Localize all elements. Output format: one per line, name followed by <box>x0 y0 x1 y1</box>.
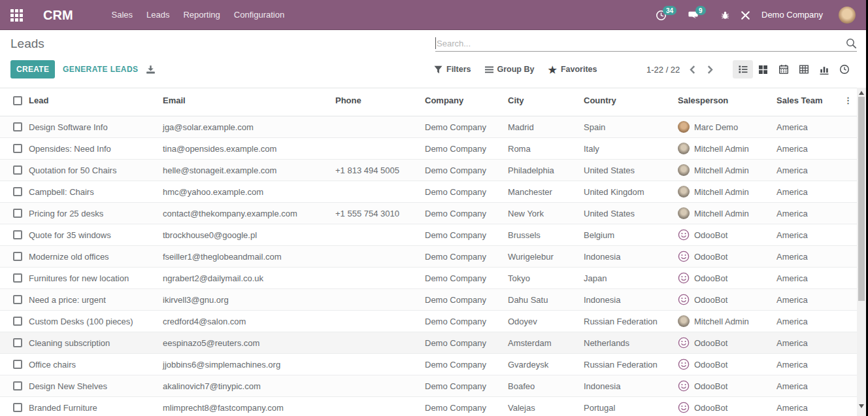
cell-email[interactable]: tbrockhouse0@google.pl <box>160 224 333 246</box>
cell-email[interactable]: jjobbins6@simplemachines.org <box>160 354 333 375</box>
table-row[interactable]: Branded Furnituremlimprecht8@fastcompany… <box>0 397 857 416</box>
cell-phone[interactable] <box>333 138 422 160</box>
column-header-email[interactable]: Email <box>160 88 333 116</box>
cell-lead[interactable]: Pricing for 25 desks <box>26 203 160 224</box>
cell-city[interactable]: Tokyo <box>505 268 581 289</box>
debug-bug-button[interactable] <box>720 10 730 23</box>
cell-phone[interactable] <box>333 397 422 416</box>
download-button[interactable] <box>146 65 156 77</box>
table-row[interactable]: Quote for 35 windowstbrockhouse0@google.… <box>0 224 857 246</box>
cell-country[interactable]: Indonesia <box>581 289 675 311</box>
cell-company[interactable]: Demo Company <box>422 375 505 397</box>
cell-lead[interactable]: Campbell: Chairs <box>26 181 160 203</box>
column-header-city[interactable]: City <box>505 88 581 116</box>
cell-phone[interactable] <box>333 354 422 375</box>
cell-city[interactable]: Odoyev <box>505 311 581 332</box>
cell-company[interactable]: Demo Company <box>422 332 505 354</box>
cell-phone[interactable] <box>333 332 422 354</box>
cell-company[interactable]: Demo Company <box>422 246 505 268</box>
row-checkbox[interactable] <box>13 230 22 239</box>
table-row[interactable]: Pricing for 25 deskscontact@thekompany.e… <box>0 203 857 224</box>
column-header-country[interactable]: Country <box>581 88 675 116</box>
vertical-scrollbar[interactable] <box>857 88 866 416</box>
cell-company[interactable]: Demo Company <box>422 289 505 311</box>
cell-city[interactable]: Wurigelebur <box>505 246 581 268</box>
cell-email[interactable]: eespinazo5@reuters.com <box>160 332 333 354</box>
cell-lead[interactable]: Modernize old offices <box>26 246 160 268</box>
cell-lead[interactable]: Design New Shelves <box>26 375 160 397</box>
row-checkbox[interactable] <box>13 187 22 196</box>
column-header-company[interactable]: Company <box>422 88 505 116</box>
table-row[interactable]: Office chairsjjobbins6@simplemachines.or… <box>0 354 857 375</box>
row-checkbox[interactable] <box>13 122 22 131</box>
cell-salesperson[interactable]: Marc Demo <box>675 116 774 138</box>
cell-city[interactable]: Boafeo <box>505 375 581 397</box>
search-icon[interactable] <box>846 38 857 49</box>
cell-city[interactable]: Gvardeysk <box>505 354 581 375</box>
cell-email[interactable]: contact@thekompany.example.com <box>160 203 333 224</box>
cell-city[interactable]: Dahu Satu <box>505 289 581 311</box>
cell-phone[interactable] <box>333 289 422 311</box>
column-header-phone[interactable]: Phone <box>333 88 422 116</box>
cell-country[interactable]: Spain <box>581 116 675 138</box>
cell-company[interactable]: Demo Company <box>422 138 505 160</box>
row-checkbox[interactable] <box>13 165 22 175</box>
search-input[interactable]: Search... <box>435 37 857 52</box>
cell-lead[interactable]: Branded Furniture <box>26 397 160 416</box>
cell-lead[interactable]: Quotation for 50 Chairs <box>26 160 160 181</box>
cell-phone[interactable] <box>333 246 422 268</box>
cell-salesperson[interactable]: OdooBot <box>675 397 774 416</box>
cell-lead[interactable]: Need a price: urgent <box>26 289 160 311</box>
cell-country[interactable]: Russian Federation <box>581 311 675 332</box>
table-row[interactable]: Custom Desks (100 pieces)credford4@salon… <box>0 311 857 332</box>
cell-salesperson[interactable]: OdooBot <box>675 332 774 354</box>
cell-team[interactable]: America <box>774 268 837 289</box>
cell-city[interactable]: Manchester <box>505 181 581 203</box>
table-row[interactable]: Cleaning subscriptioneespinazo5@reuters.… <box>0 332 857 354</box>
cell-phone[interactable] <box>333 116 422 138</box>
list-view-button[interactable] <box>733 60 753 78</box>
cell-city[interactable]: Madrid <box>505 116 581 138</box>
cell-company[interactable]: Demo Company <box>422 203 505 224</box>
row-checkbox[interactable] <box>13 209 22 218</box>
cell-salesperson[interactable]: OdooBot <box>675 289 774 311</box>
cell-salesperson[interactable]: Mitchell Admin <box>675 203 774 224</box>
table-row[interactable]: Furnitures for new locationngrabert2@dai… <box>0 268 857 289</box>
cell-team[interactable]: America <box>774 138 837 160</box>
cell-email[interactable]: mlimprecht8@fastcompany.com <box>160 397 333 416</box>
generate-leads-button[interactable]: GENERATE LEADS <box>63 60 138 78</box>
cell-team[interactable]: America <box>774 224 837 246</box>
cell-salesperson[interactable]: Mitchell Admin <box>675 311 774 332</box>
cell-company[interactable]: Demo Company <box>422 354 505 375</box>
cell-phone[interactable] <box>333 224 422 246</box>
cell-country[interactable]: United States <box>581 160 675 181</box>
cell-email[interactable]: tina@opensides.example.com <box>160 138 333 160</box>
row-checkbox[interactable] <box>13 273 22 283</box>
cell-team[interactable]: America <box>774 181 837 203</box>
cell-phone[interactable] <box>333 181 422 203</box>
cell-city[interactable]: Valejas <box>505 397 581 416</box>
scrollbar-up-arrow[interactable] <box>859 91 864 95</box>
activity-view-button[interactable] <box>834 60 854 78</box>
cell-country[interactable]: Belgium <box>581 224 675 246</box>
cell-phone[interactable]: +1 555 754 3010 <box>333 203 422 224</box>
cell-company[interactable]: Demo Company <box>422 181 505 203</box>
row-checkbox[interactable] <box>13 338 22 347</box>
cell-team[interactable]: America <box>774 311 837 332</box>
cell-team[interactable]: America <box>774 332 837 354</box>
cell-salesperson[interactable]: OdooBot <box>675 246 774 268</box>
cell-phone[interactable] <box>333 311 422 332</box>
cell-salesperson[interactable]: Mitchell Admin <box>675 160 774 181</box>
cell-team[interactable]: America <box>774 116 837 138</box>
cell-email[interactable]: ikirvell3@gnu.org <box>160 289 333 311</box>
cell-team[interactable]: America <box>774 246 837 268</box>
pager-previous-button[interactable] <box>689 60 696 78</box>
cell-team[interactable]: America <box>774 397 837 416</box>
cell-salesperson[interactable]: OdooBot <box>675 375 774 397</box>
cell-lead[interactable]: Furnitures for new location <box>26 268 160 289</box>
company-switcher[interactable]: Demo Company <box>761 0 823 30</box>
cell-email[interactable]: credford4@salon.com <box>160 311 333 332</box>
cell-country[interactable]: Japan <box>581 268 675 289</box>
cell-lead[interactable]: Cleaning subscription <box>26 332 160 354</box>
cell-company[interactable]: Demo Company <box>422 116 505 138</box>
